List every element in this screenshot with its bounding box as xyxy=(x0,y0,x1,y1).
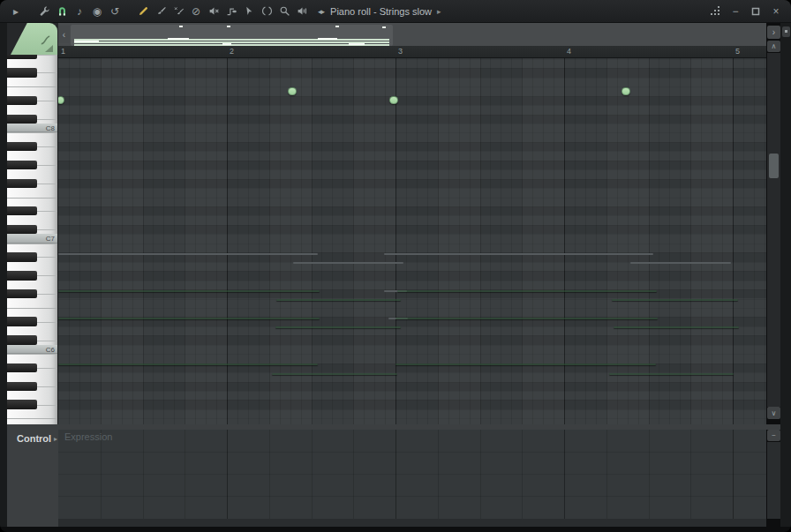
toolbar-group-spacer xyxy=(26,11,34,11)
piano-keyboard[interactable]: C8C7C6 xyxy=(7,55,58,424)
midi-note[interactable] xyxy=(397,290,657,292)
panorama-scroll-left-button[interactable]: ‹ xyxy=(58,26,70,43)
piano-key-black[interactable] xyxy=(7,335,37,344)
midi-note-short[interactable] xyxy=(288,87,297,95)
piano-key-black[interactable] xyxy=(7,289,37,298)
grid-step-line xyxy=(701,58,702,424)
panorama-scroll-right-button[interactable]: › xyxy=(767,26,780,39)
piano-key-black[interactable] xyxy=(7,96,37,105)
vertical-scrollbar-track[interactable] xyxy=(767,53,780,407)
midi-note[interactable] xyxy=(396,363,656,365)
maximize-button[interactable] xyxy=(750,5,762,18)
grid-step-line xyxy=(290,58,291,424)
white-key-separator xyxy=(37,101,57,101)
control-parameter-label[interactable]: Expression xyxy=(64,431,112,442)
midi-note[interactable] xyxy=(272,373,397,375)
speaker-mute-icon[interactable] xyxy=(207,4,221,19)
piano-key-black[interactable] xyxy=(7,142,37,151)
close-button[interactable]: × xyxy=(770,5,782,18)
collapse-icon: − xyxy=(772,431,776,439)
piano-key-black[interactable] xyxy=(7,271,37,280)
scroll-down-button[interactable]: ∨ xyxy=(767,407,780,419)
white-key-separator xyxy=(37,119,57,120)
midi-note-short[interactable] xyxy=(622,87,630,95)
note-grid[interactable] xyxy=(58,58,766,424)
piano-key-black[interactable] xyxy=(7,55,37,59)
zoom-select-icon[interactable] xyxy=(260,4,274,19)
tools-wrench-icon[interactable] xyxy=(37,4,51,19)
panorama-options-button[interactable] xyxy=(782,26,790,37)
white-key-separator xyxy=(7,198,57,199)
piano-key-octave[interactable]: C7 xyxy=(7,234,57,243)
piano-key-octave[interactable]: C6 xyxy=(7,345,57,354)
select-tool-icon[interactable] xyxy=(242,4,256,19)
draw-pencil-icon[interactable] xyxy=(136,4,150,19)
piano-key-black[interactable] xyxy=(7,115,37,124)
title-menu-arrow-icon[interactable]: ▸ xyxy=(437,7,441,16)
grid-beat-line xyxy=(438,58,439,424)
midi-note[interactable] xyxy=(58,318,320,319)
grid-step-line xyxy=(628,58,629,424)
grid-beat-line xyxy=(649,58,650,424)
snap-magnet-icon[interactable] xyxy=(55,4,69,19)
main-menu-arrow-icon[interactable]: ▸ xyxy=(9,4,23,19)
paint-brush-icon[interactable] xyxy=(154,4,168,19)
piano-key-black[interactable] xyxy=(7,382,37,391)
white-key-separator xyxy=(37,146,57,147)
piano-key-black[interactable] xyxy=(7,363,37,372)
midi-note[interactable] xyxy=(396,318,658,319)
undo-icon[interactable]: ↺ xyxy=(108,4,122,19)
midi-note[interactable] xyxy=(612,299,738,301)
grid-beat-line xyxy=(143,58,144,424)
piano-key-black[interactable] xyxy=(7,161,37,169)
grid-beat-line xyxy=(101,58,102,424)
chevron-up-icon: ∧ xyxy=(772,42,777,50)
piano-key-black[interactable] xyxy=(7,225,37,234)
control-menu-arrow-icon[interactable]: ▸ xyxy=(54,435,57,443)
midi-note[interactable] xyxy=(58,290,320,292)
midi-note[interactable] xyxy=(276,299,401,301)
window-title[interactable]: Piano roll - Strings slow xyxy=(330,6,432,17)
grid-bar-line xyxy=(396,58,396,424)
vertical-scrollbar-thumb[interactable] xyxy=(769,154,779,178)
delete-brush-icon[interactable] xyxy=(171,4,185,19)
ruler-bar-number: 2 xyxy=(230,47,234,56)
ghost-note xyxy=(630,262,731,264)
piano-key-black[interactable] xyxy=(7,252,37,261)
toolbar: ▸♪◉↺⊘ ◂▸ Piano roll - Strings slow ▸ −× xyxy=(0,0,791,23)
mute-tool-icon[interactable]: ⊘ xyxy=(189,4,203,19)
slide-tool-icon[interactable] xyxy=(224,4,238,19)
white-key-separator xyxy=(7,418,57,419)
piano-key-black[interactable] xyxy=(7,206,37,215)
piano-key-black[interactable] xyxy=(7,68,37,77)
scroll-up-button[interactable]: ∧ xyxy=(767,41,780,52)
grid-step-line xyxy=(259,58,260,424)
grid-beat-line xyxy=(606,58,607,424)
ruler-bar-number: 5 xyxy=(735,47,740,56)
panorama-minimap[interactable] xyxy=(71,25,393,46)
minimap-note-highlight xyxy=(318,38,337,40)
grid-step-line xyxy=(543,58,544,424)
piano-key-black[interactable] xyxy=(7,317,37,326)
midi-note[interactable] xyxy=(609,373,734,375)
midi-note-short[interactable] xyxy=(389,96,398,104)
control-collapse-button[interactable]: − xyxy=(767,430,780,441)
midi-note[interactable] xyxy=(58,363,318,365)
grid-step-line xyxy=(321,58,322,424)
control-label[interactable]: Control xyxy=(17,433,51,444)
layout-dots-button[interactable] xyxy=(709,5,721,18)
stamp-note-icon[interactable]: ♪ xyxy=(72,4,87,19)
timeline-ruler[interactable]: 12345 xyxy=(58,46,766,58)
minimize-button[interactable]: − xyxy=(729,5,742,18)
grid-step-line xyxy=(132,58,133,424)
piano-key-black[interactable] xyxy=(7,179,37,188)
control-event-lane[interactable]: Expression xyxy=(58,430,766,519)
lane-value-line xyxy=(58,474,766,475)
record-loop-icon[interactable]: ◉ xyxy=(90,4,104,19)
zoom-magnifier-icon[interactable] xyxy=(277,4,291,19)
playback-speaker-icon[interactable] xyxy=(295,4,309,19)
piano-key-black[interactable] xyxy=(7,400,37,408)
piano-roll-target-icon[interactable]: ◂▸ xyxy=(318,7,324,16)
fold-triangle-icon xyxy=(45,45,53,52)
piano-key-octave[interactable]: C8 xyxy=(7,124,57,132)
